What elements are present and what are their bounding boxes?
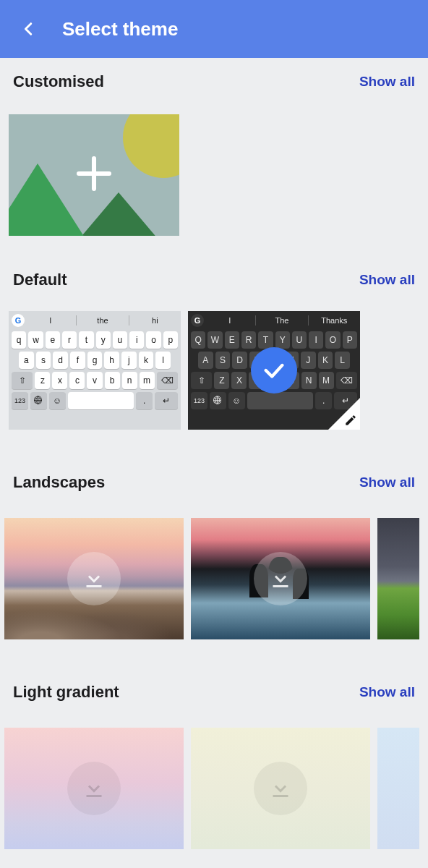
key: q [191,331,205,349]
key: y [96,331,111,349]
backspace-key: ⌫ [336,372,357,389]
key-row: 123 🌐︎ ☺ . ↵ [9,391,181,411]
key: u [113,331,127,349]
app-header: Select theme [0,0,428,58]
section-header: Default Show all [9,271,419,301]
key: z [214,372,229,389]
section-header: Landscapes Show all [9,473,419,503]
key: y [275,331,290,349]
section-light-gradient: Light gradient Show all [0,647,428,856]
numbers-key: 123 [191,392,207,409]
chevron-left-icon [21,21,37,37]
key: w [207,331,222,349]
section-title-light-gradient: Light gradient [13,683,119,702]
key: i [309,331,323,349]
key-row: ⇧ z x c v b n m ⌫ [9,370,181,391]
key: v [87,372,102,389]
suggestion-bar: G I the hi [9,311,181,330]
key: c [69,372,85,389]
gradient-tiles [4,713,419,849]
key: w [28,331,43,349]
globe-key: 🌐︎ [210,392,226,409]
download-icon [67,762,121,815]
backspace-key: ⌫ [157,372,178,389]
key: n [301,372,317,389]
theme-landscape-field[interactable] [377,518,419,639]
section-title-landscapes: Landscapes [13,473,105,492]
key: q [12,331,26,349]
suggestion-word: hi [132,316,178,325]
key: s [36,352,51,369]
key: o [146,331,160,349]
decor-sun [123,114,179,178]
google-icon: G [191,314,204,327]
section-default: Default Show all G I the hi q w e r t y … [0,243,428,437]
key: g [87,352,103,369]
key: j [301,352,316,369]
section-header: Light gradient Show all [9,683,419,713]
download-icon [67,552,121,605]
period-key: . [136,392,153,409]
key-row: q w e r t y u i o p [9,330,181,350]
key: x [231,372,247,389]
section-customised: Customised Show all [0,58,428,243]
numbers-key: 123 [12,392,28,409]
key: k [139,352,154,369]
theme-default-dark[interactable]: G I The Thanks q w e r t y u i o p a [188,311,360,430]
section-landscapes: Landscapes Show all [0,437,428,647]
key: e [225,331,239,349]
show-all-landscapes[interactable]: Show all [359,475,415,490]
key: e [46,331,60,349]
shift-key: ⇧ [12,372,33,389]
key: o [325,331,340,349]
theme-gradient-blue[interactable] [377,728,419,849]
space-key [247,392,313,409]
key: f [70,352,85,369]
landscape-tiles [4,503,419,639]
space-key [68,392,134,409]
emoji-key: ☺ [49,392,66,409]
key: m [319,372,334,389]
emoji-key: ☺ [228,392,245,409]
section-title-default: Default [13,271,67,289]
key: b [105,372,120,389]
suggestion-word: Thanks [312,316,357,325]
key: l [155,352,171,369]
key: r [62,331,77,349]
theme-landscape-ice[interactable] [191,518,370,639]
suggestion-word: I [27,316,73,325]
key: z [35,372,50,389]
suggestion-word: the [80,316,125,325]
key: t [79,331,93,349]
section-title-customised: Customised [13,72,104,91]
show-all-customised[interactable]: Show all [359,74,415,90]
key: x [52,372,67,389]
suggestion-word: The [259,316,304,325]
theme-gradient-cream[interactable] [191,728,370,849]
theme-gradient-pink[interactable] [4,728,184,849]
key: d [53,352,68,369]
suggestion-word: I [207,316,252,325]
back-button[interactable] [13,13,45,45]
key: j [121,352,137,369]
plus-icon [74,153,114,197]
show-all-light-gradient[interactable]: Show all [359,684,415,700]
key: a [19,352,34,369]
shift-key: ⇧ [191,372,212,389]
pencil-icon [344,414,357,427]
selected-check-icon [251,347,297,393]
key: d [232,352,247,369]
key: h [104,352,119,369]
google-icon: G [12,314,25,327]
add-custom-theme-tile[interactable] [9,114,179,236]
theme-default-light[interactable]: G I the hi q w e r t y u i o p a s [9,311,181,430]
enter-key: ↵ [155,392,178,409]
show-all-default[interactable]: Show all [359,272,415,288]
key: u [292,331,307,349]
key-row: a s d f g h j k l [9,350,181,370]
key: k [318,352,333,369]
theme-landscape-beach[interactable] [4,518,184,639]
key: i [129,331,144,349]
download-icon [254,762,307,815]
globe-key: 🌐︎ [30,392,47,409]
